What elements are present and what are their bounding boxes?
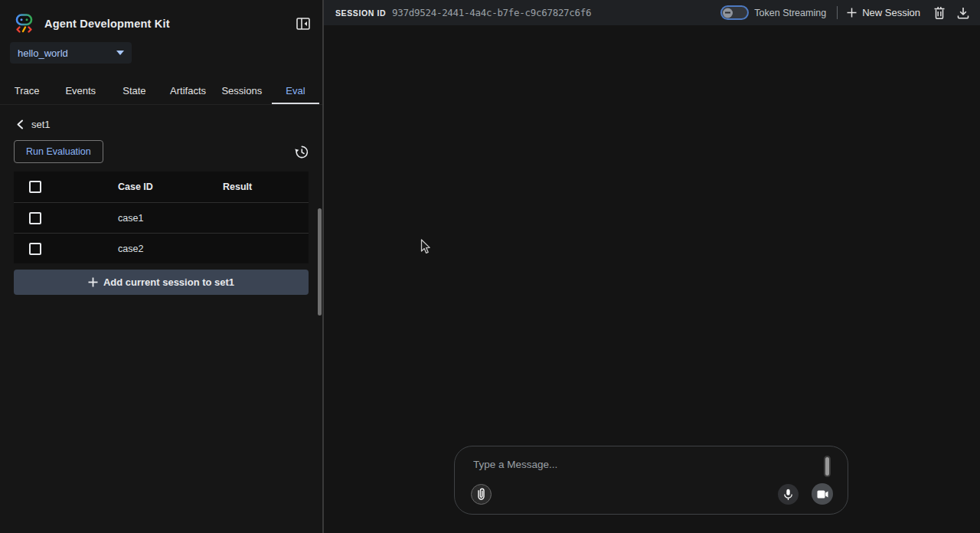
case-checkbox[interactable] [29,243,41,255]
token-streaming-label: Token Streaming [754,8,826,18]
run-evaluation-button[interactable]: Run Evaluation [14,140,103,163]
toggle-knob [723,8,733,18]
session-id-value: 937d9524-2441-4a4c-b7fe-c9c67827c6f6 [392,7,591,18]
video-icon [817,490,828,499]
panel-close-icon [296,16,311,31]
agent-select[interactable]: hello_world [10,42,132,64]
eval-history-button[interactable] [294,145,309,159]
sidebar: Agent Development Kit hello_world Trace … [0,0,322,533]
table-row[interactable]: case2 [14,233,309,263]
add-current-session-label: Add current session to set1 [103,276,234,288]
video-button[interactable] [812,483,833,505]
sidebar-scrollbar[interactable] [318,208,322,316]
add-current-session-button[interactable]: Add current session to set1 [14,270,309,295]
delete-session-button[interactable] [933,6,946,19]
column-header-case-id: Case ID [118,181,223,192]
tab-bar: Trace Events State Artifacts Sessions Ev… [0,77,322,105]
sidebar-header: Agent Development Kit [0,0,322,37]
new-session-label: New Session [862,7,920,18]
attach-file-button[interactable] [471,484,492,505]
app-window: Agent Development Kit hello_world Trace … [0,0,980,533]
tab-artifacts[interactable]: Artifacts [162,77,215,104]
session-id-label: SESSION ID [335,8,386,18]
trash-icon [933,6,946,19]
tab-eval[interactable]: Eval [269,77,322,104]
collapse-panel-button[interactable] [293,14,313,34]
column-header-result: Result [223,181,309,192]
tab-sessions[interactable]: Sessions [215,77,269,104]
agent-select-value: hello_world [18,47,116,59]
message-composer [454,446,848,515]
topbar: SESSION ID 937d9524-2441-4a4c-b7fe-c9c67… [324,0,980,25]
mouse-cursor [420,239,433,256]
table-header-row: Case ID Result [14,172,309,202]
message-input[interactable] [473,459,802,485]
adk-robot-logo [14,13,34,34]
history-icon [294,145,309,159]
topbar-actions: Token Streaming New Session [720,5,969,20]
sidebar-divider [322,0,324,533]
tab-events[interactable]: Events [54,77,107,104]
topbar-separator [837,6,838,19]
select-all-checkbox[interactable] [29,181,41,193]
mic-button[interactable] [778,484,799,505]
chevron-down-icon [116,51,124,55]
case-checkbox[interactable] [29,212,41,224]
eval-set-back[interactable]: set1 [16,119,322,130]
composer-scrollbar[interactable] [824,456,831,477]
case-id-cell: case1 [118,213,223,224]
token-streaming-toggle[interactable] [720,5,749,20]
tab-state[interactable]: State [107,77,161,104]
eval-case-table: Case ID Result case1 case2 [14,172,309,263]
eval-set-name: set1 [31,119,51,130]
mic-icon [783,489,793,501]
table-row[interactable]: case1 [14,202,309,233]
case-id-cell: case2 [118,244,223,254]
plus-icon [847,8,857,18]
new-session-button[interactable]: New Session [847,7,920,18]
chevron-left-icon [16,119,24,129]
app-title: Agent Development Kit [44,18,293,30]
tab-trace[interactable]: Trace [0,77,54,104]
plus-icon [88,277,98,287]
download-icon [957,7,969,19]
export-session-button[interactable] [957,7,969,19]
eval-controls: Run Evaluation [14,140,309,163]
attach-icon [476,488,486,501]
